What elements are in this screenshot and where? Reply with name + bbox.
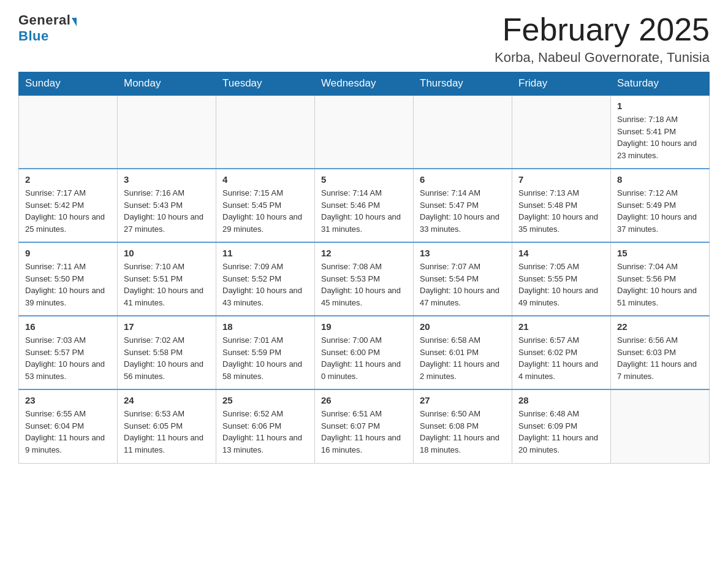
logo-text: General [18,12,77,28]
day-cell: 1Sunrise: 7:18 AM Sunset: 5:41 PM Daylig… [611,95,710,169]
day-cell: 15Sunrise: 7:04 AM Sunset: 5:56 PM Dayli… [611,242,710,316]
col-saturday: Saturday [611,72,710,96]
day-cell: 5Sunrise: 7:14 AM Sunset: 5:46 PM Daylig… [315,169,414,242]
day-number: 22 [617,321,703,332]
day-number: 8 [617,174,703,185]
day-cell: 26Sunrise: 6:51 AM Sunset: 6:07 PM Dayli… [315,389,414,463]
month-title: February 2025 [495,12,710,47]
day-cell [414,95,512,169]
day-info: Sunrise: 7:16 AM Sunset: 5:43 PM Dayligh… [124,187,210,235]
day-cell: 3Sunrise: 7:16 AM Sunset: 5:43 PM Daylig… [118,169,216,242]
day-number: 18 [222,321,308,332]
day-info: Sunrise: 7:12 AM Sunset: 5:49 PM Dayligh… [617,187,703,235]
day-number: 27 [420,395,506,405]
col-friday: Friday [512,72,611,96]
day-cell: 28Sunrise: 6:48 AM Sunset: 6:09 PM Dayli… [512,389,611,463]
day-info: Sunrise: 6:50 AM Sunset: 6:08 PM Dayligh… [420,408,506,456]
day-info: Sunrise: 6:55 AM Sunset: 6:04 PM Dayligh… [25,408,111,456]
header-row: Sunday Monday Tuesday Wednesday Thursday… [19,72,710,96]
day-number: 6 [420,174,506,185]
day-number: 25 [222,395,308,405]
week-row-2: 2Sunrise: 7:17 AM Sunset: 5:42 PM Daylig… [19,169,710,242]
col-tuesday: Tuesday [216,72,315,96]
day-info: Sunrise: 7:18 AM Sunset: 5:41 PM Dayligh… [617,113,703,161]
day-cell [512,95,611,169]
day-number: 21 [518,321,604,332]
day-number: 11 [222,248,308,258]
day-cell [611,389,710,463]
day-cell: 20Sunrise: 6:58 AM Sunset: 6:01 PM Dayli… [414,316,512,389]
day-cell: 16Sunrise: 7:03 AM Sunset: 5:57 PM Dayli… [19,316,118,389]
day-cell: 4Sunrise: 7:15 AM Sunset: 5:45 PM Daylig… [216,169,315,242]
day-number: 10 [124,248,210,258]
day-info: Sunrise: 7:09 AM Sunset: 5:52 PM Dayligh… [222,261,308,308]
day-info: Sunrise: 6:53 AM Sunset: 6:05 PM Dayligh… [124,408,210,456]
week-row-1: 1Sunrise: 7:18 AM Sunset: 5:41 PM Daylig… [19,95,710,169]
day-number: 28 [518,395,604,405]
day-number: 14 [518,248,604,258]
logo-general: General [18,12,70,28]
day-info: Sunrise: 6:57 AM Sunset: 6:02 PM Dayligh… [518,334,604,382]
day-number: 24 [124,395,210,405]
day-cell: 2Sunrise: 7:17 AM Sunset: 5:42 PM Daylig… [19,169,118,242]
day-info: Sunrise: 7:15 AM Sunset: 5:45 PM Dayligh… [222,187,308,235]
day-info: Sunrise: 7:00 AM Sunset: 6:00 PM Dayligh… [321,334,407,382]
day-number: 7 [518,174,604,185]
day-cell: 8Sunrise: 7:12 AM Sunset: 5:49 PM Daylig… [611,169,710,242]
day-number: 16 [25,321,111,332]
day-number: 17 [124,321,210,332]
day-cell: 21Sunrise: 6:57 AM Sunset: 6:02 PM Dayli… [512,316,611,389]
col-wednesday: Wednesday [315,72,414,96]
day-cell: 13Sunrise: 7:07 AM Sunset: 5:54 PM Dayli… [414,242,512,316]
day-cell: 19Sunrise: 7:00 AM Sunset: 6:00 PM Dayli… [315,316,414,389]
day-cell: 18Sunrise: 7:01 AM Sunset: 5:59 PM Dayli… [216,316,315,389]
week-row-4: 16Sunrise: 7:03 AM Sunset: 5:57 PM Dayli… [19,316,710,389]
calendar-wrapper: Sunday Monday Tuesday Wednesday Thursday… [0,72,728,482]
day-cell: 6Sunrise: 7:14 AM Sunset: 5:47 PM Daylig… [414,169,512,242]
day-cell: 10Sunrise: 7:10 AM Sunset: 5:51 PM Dayli… [118,242,216,316]
day-cell: 24Sunrise: 6:53 AM Sunset: 6:05 PM Dayli… [118,389,216,463]
col-monday: Monday [118,72,216,96]
day-info: Sunrise: 6:58 AM Sunset: 6:01 PM Dayligh… [420,334,506,382]
day-cell: 12Sunrise: 7:08 AM Sunset: 5:53 PM Dayli… [315,242,414,316]
location-title: Korba, Nabeul Governorate, Tunisia [495,50,710,66]
day-cell: 11Sunrise: 7:09 AM Sunset: 5:52 PM Dayli… [216,242,315,316]
day-info: Sunrise: 7:10 AM Sunset: 5:51 PM Dayligh… [124,261,210,308]
day-number: 15 [617,248,703,258]
col-thursday: Thursday [414,72,512,96]
day-info: Sunrise: 6:48 AM Sunset: 6:09 PM Dayligh… [518,408,604,456]
calendar-table: Sunday Monday Tuesday Wednesday Thursday… [18,72,710,464]
day-number: 5 [321,174,407,185]
title-block: February 2025 Korba, Nabeul Governorate,… [495,12,710,66]
logo-blue: Blue [18,28,49,44]
day-cell: 23Sunrise: 6:55 AM Sunset: 6:04 PM Dayli… [19,389,118,463]
day-cell: 25Sunrise: 6:52 AM Sunset: 6:06 PM Dayli… [216,389,315,463]
day-number: 4 [222,174,308,185]
day-cell [118,95,216,169]
day-cell: 7Sunrise: 7:13 AM Sunset: 5:48 PM Daylig… [512,169,611,242]
day-info: Sunrise: 7:13 AM Sunset: 5:48 PM Dayligh… [518,187,604,235]
day-info: Sunrise: 6:52 AM Sunset: 6:06 PM Dayligh… [222,408,308,456]
day-number: 13 [420,248,506,258]
day-number: 19 [321,321,407,332]
day-info: Sunrise: 7:08 AM Sunset: 5:53 PM Dayligh… [321,261,407,308]
logo: General Blue [18,12,77,44]
day-info: Sunrise: 7:03 AM Sunset: 5:57 PM Dayligh… [25,334,111,382]
day-cell [216,95,315,169]
logo-triangle-icon [72,18,77,26]
day-info: Sunrise: 7:05 AM Sunset: 5:55 PM Dayligh… [518,261,604,308]
day-cell: 9Sunrise: 7:11 AM Sunset: 5:50 PM Daylig… [19,242,118,316]
day-number: 3 [124,174,210,185]
day-info: Sunrise: 7:04 AM Sunset: 5:56 PM Dayligh… [617,261,703,308]
day-info: Sunrise: 7:17 AM Sunset: 5:42 PM Dayligh… [25,187,111,235]
day-number: 2 [25,174,111,185]
day-number: 9 [25,248,111,258]
day-info: Sunrise: 7:14 AM Sunset: 5:47 PM Dayligh… [420,187,506,235]
day-number: 1 [617,101,703,111]
day-cell: 17Sunrise: 7:02 AM Sunset: 5:58 PM Dayli… [118,316,216,389]
day-number: 26 [321,395,407,405]
page-header: General Blue February 2025 Korba, Nabeul… [0,0,728,72]
day-number: 23 [25,395,111,405]
day-cell: 27Sunrise: 6:50 AM Sunset: 6:08 PM Dayli… [414,389,512,463]
day-info: Sunrise: 6:56 AM Sunset: 6:03 PM Dayligh… [617,334,703,382]
